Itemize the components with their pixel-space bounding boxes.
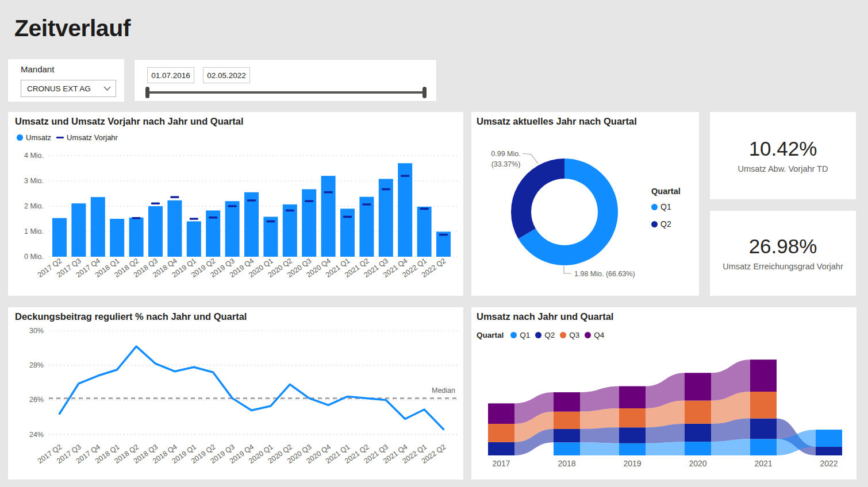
x-axis-label: 2018: [558, 459, 575, 468]
mandant-label: Mandant: [21, 64, 54, 74]
bar-2022-Q1[interactable]: [417, 207, 432, 257]
bar-2020-Q2[interactable]: [283, 204, 297, 257]
ribbon-2021-q4[interactable]: [750, 360, 777, 392]
ribbon-2020-q2[interactable]: [685, 424, 711, 442]
x-axis-label: 2021: [754, 459, 772, 468]
vorjahr-dash-2020-Q1: [266, 221, 275, 223]
date-range-slider[interactable]: [145, 87, 427, 98]
vorjahr-dash-2018-Q3: [151, 202, 160, 204]
ribbon-2020-q1[interactable]: [685, 442, 711, 455]
ribbon-2017-q3[interactable]: [488, 424, 514, 442]
date-end-input[interactable]: [203, 67, 250, 83]
mandant-filter-card: Mandant CRONUS EXT AG: [8, 59, 124, 102]
bar-2020-Q1[interactable]: [263, 217, 278, 257]
line-chart-panel: Deckungsbeitrag reguliert % nach Jahr un…: [8, 307, 463, 480]
bar-2018-Q4[interactable]: [167, 200, 182, 257]
y-axis-label: 1 Mio.: [24, 227, 44, 235]
ribbon-flow-q1: [646, 442, 685, 455]
x-axis-label: 2020: [689, 459, 706, 468]
ribbon-2019-q1[interactable]: [619, 443, 646, 455]
bar-2020-Q3[interactable]: [302, 190, 316, 257]
vorjahr-dash-2019-Q1: [190, 218, 198, 220]
legend-item-q1[interactable]: Q1: [651, 202, 681, 211]
ribbon-2019-q2[interactable]: [619, 427, 646, 443]
dot-marker-icon: [651, 221, 658, 227]
donut-label-q1: 1.98 Mio. (66.63%): [574, 270, 635, 278]
kpi-label: Umsatz Erreichungsgrad Vorjahr: [723, 262, 843, 271]
slider-track-line: [147, 91, 425, 94]
ribbon-2022-q1[interactable]: [816, 430, 842, 447]
ribbon-2018-q4[interactable]: [554, 392, 580, 412]
ribbon-flow-q2: [580, 427, 619, 443]
page-title: Zeitverlauf: [14, 15, 130, 42]
ribbon-2020-q3[interactable]: [685, 401, 711, 424]
vorjahr-dash-2021-Q1: [343, 216, 352, 218]
median-label: Median: [432, 386, 455, 395]
kpi-value: 26.98%: [749, 235, 817, 258]
ribbon-2019-q4[interactable]: [619, 386, 646, 409]
vorjahr-dash-2022-Q1: [420, 208, 429, 210]
vorjahr-dash-2022-Q2: [439, 234, 448, 236]
ribbon-2018-q3[interactable]: [554, 412, 580, 429]
bar-2018-Q2[interactable]: [129, 218, 144, 257]
kpi-card-umsatz-abweichung: 10.42% Umsatz Abw. Vorjahr TD: [710, 112, 856, 199]
bar-2019-Q1[interactable]: [187, 221, 201, 257]
ribbon-flow-q1: [580, 442, 619, 455]
kpi-label: Umsatz Abw. Vorjahr TD: [738, 164, 828, 173]
x-axis-label: 2019: [623, 459, 641, 468]
x-axis-label: 2022: [820, 459, 838, 468]
ribbon-chart: 201720182019202020212022: [471, 307, 857, 480]
bar-2021-Q3[interactable]: [379, 179, 393, 257]
ribbon-2018-q1[interactable]: [554, 442, 580, 455]
ribbon-2020-q4[interactable]: [685, 373, 711, 400]
x-axis-label: 2017: [492, 459, 510, 468]
donut-chart-panel: Umsatz aktuelles Jahr nach Quartal 0.99 …: [471, 112, 699, 296]
ribbon-2022-q2[interactable]: [816, 447, 842, 455]
ribbon-2021-q1[interactable]: [750, 439, 777, 455]
mandant-dropdown-value: CRONUS EXT AG: [27, 84, 91, 93]
ribbon-flow-q4: [580, 386, 619, 412]
ribbon-2019-q3[interactable]: [619, 408, 646, 427]
bar-2019-Q3[interactable]: [225, 201, 240, 257]
vorjahr-dash-2020-Q4: [324, 191, 333, 194]
vorjahr-dash-2018-Q4: [170, 196, 179, 198]
ribbon-2021-q2[interactable]: [750, 419, 777, 439]
vorjahr-dash-2018-Q2: [132, 217, 141, 219]
y-axis-label: 30%: [29, 327, 44, 335]
bar-2017-Q2[interactable]: [52, 218, 67, 257]
bar-2018-Q3[interactable]: [148, 206, 163, 257]
ribbon-chart-panel: Umsatz nach Jahr und Quartal Quartal Q1Q…: [471, 307, 857, 480]
bar-2017-Q3[interactable]: [71, 203, 86, 257]
donut-label-q2: 0.99 Mio.: [491, 150, 520, 158]
ribbon-2017-q2[interactable]: [488, 442, 514, 455]
y-axis-label: 4 Mio.: [24, 152, 44, 160]
legend-label: Q2: [660, 219, 671, 229]
bar-2020-Q4[interactable]: [321, 176, 336, 257]
line-series[interactable]: [60, 346, 444, 429]
y-axis-label: 26%: [29, 396, 44, 404]
bar-2017-Q4[interactable]: [91, 197, 105, 257]
dot-marker-icon: [651, 204, 658, 210]
bar-2019-Q4[interactable]: [244, 192, 259, 257]
ribbon-2018-q2[interactable]: [554, 429, 580, 442]
bar-2018-Q1[interactable]: [110, 219, 124, 257]
callout-line: [564, 266, 571, 273]
vorjahr-dash-2021-Q2: [362, 203, 371, 206]
y-axis-label: 3 Mio.: [24, 177, 44, 185]
bar-2021-Q4[interactable]: [398, 163, 412, 257]
donut-legend: Quartal Q1Q2: [651, 187, 681, 237]
ribbon-2021-q3[interactable]: [750, 392, 777, 419]
donut-legend-title: Quartal: [651, 187, 681, 196]
vorjahr-dash-2019-Q3: [228, 205, 237, 207]
legend-item-q2[interactable]: Q2: [651, 219, 681, 229]
mandant-dropdown[interactable]: CRONUS EXT AG: [21, 80, 116, 97]
date-start-input[interactable]: [147, 67, 194, 83]
ribbon-2017-q4[interactable]: [488, 403, 514, 424]
y-axis-label: 24%: [29, 431, 44, 439]
slider-handle-start[interactable]: [145, 87, 149, 98]
donut-slice-q2[interactable]: [511, 159, 564, 239]
bar-2021-Q2[interactable]: [359, 197, 374, 257]
kpi-card-erreichungsgrad: 26.98% Umsatz Erreichungsgrad Vorjahr: [710, 211, 856, 296]
y-axis-label: 0 Mio.: [24, 253, 44, 261]
slider-handle-end[interactable]: [423, 87, 427, 98]
